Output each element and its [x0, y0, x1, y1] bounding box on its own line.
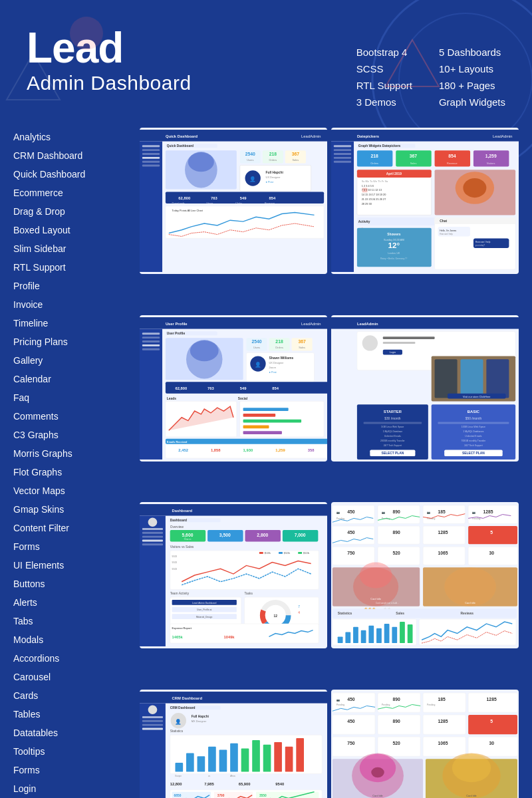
svg-text:London, UK: London, UK	[388, 252, 400, 255]
svg-rect-303	[345, 632, 350, 644]
svg-text:LeadAdmin: LeadAdmin	[301, 134, 321, 138]
feature-demos: 3 Demos	[356, 96, 412, 108]
svg-rect-169	[383, 336, 435, 339]
svg-rect-310	[400, 622, 405, 643]
svg-text:📷: 📷	[472, 511, 475, 514]
svg-rect-55	[334, 153, 351, 155]
svg-text:$519k: $519k	[303, 552, 310, 555]
nav-gallery[interactable]: Gallery	[13, 355, 43, 366]
nav-rtl[interactable]: RTL Support	[13, 262, 66, 273]
nav-quick-dashboard[interactable]: Quick Dashboard	[13, 169, 85, 180]
svg-rect-259	[378, 505, 420, 523]
nav-accordions[interactable]: Accordions	[13, 653, 59, 664]
svg-text:User Profile: User Profile	[167, 332, 186, 335]
nav-pricing[interactable]: Pricing Plans	[13, 336, 68, 347]
svg-text:1,858: 1,858	[211, 448, 221, 452]
nav-vector-maps[interactable]: Vector Maps	[13, 485, 65, 496]
svg-text:Clicks: Clicks	[235, 201, 242, 205]
nav-crm[interactable]: CRM Dashboard	[13, 150, 82, 161]
svg-text:1,259: 1,259	[275, 448, 285, 452]
nav-carousel[interactable]: Carousel	[13, 672, 51, 682]
nav-datatables[interactable]: Datatables	[13, 728, 58, 738]
nav-ecommerce[interactable]: Ecommerce	[13, 188, 63, 198]
svg-text:Full Hapchi: Full Hapchi	[192, 714, 209, 718]
nav-flot[interactable]: Flot Graphs	[13, 467, 62, 477]
svg-text:Jaxon: Jaxon	[269, 365, 275, 368]
svg-rect-360	[332, 692, 375, 712]
svg-rect-372	[332, 715, 375, 734]
nav-modals[interactable]: Modals	[13, 634, 43, 645]
nav-timeline[interactable]: Timeline	[13, 318, 48, 329]
svg-rect-275	[423, 526, 465, 544]
nav-drag-drop[interactable]: Drag & Drop	[13, 206, 65, 217]
svg-rect-332	[198, 756, 205, 771]
svg-text:Sales: Sales	[410, 162, 417, 165]
svg-text:763: 763	[211, 196, 217, 200]
nav-morris[interactable]: Morris Graphs	[13, 448, 72, 459]
svg-rect-157	[166, 438, 327, 444]
svg-rect-151	[243, 408, 289, 411]
nav-forms[interactable]: Forms	[13, 541, 40, 552]
svg-text:2540: 2540	[251, 338, 261, 343]
svg-rect-207	[142, 532, 163, 534]
svg-text:Downloads: Downloads	[172, 201, 185, 205]
svg-rect-175	[460, 359, 483, 398]
svg-rect-308	[384, 624, 390, 643]
svg-text:14 15 16 17 18 19 20: 14 15 16 17 18 19 20	[362, 193, 386, 196]
svg-text:Statistics: Statistics	[170, 730, 184, 733]
svg-text:Hello, I'm James: Hello, I'm James	[440, 229, 456, 232]
nav-buttons[interactable]: Buttons	[13, 579, 45, 589]
nav-gmap[interactable]: Gmap Skins	[13, 504, 64, 515]
svg-text:BASIC: BASIC	[467, 409, 480, 413]
panel-crm: CRM Dashboard CRM Dashboard 👤 Full Hapch…	[140, 690, 327, 799]
svg-text:Chat: Chat	[440, 219, 447, 223]
svg-rect-309	[392, 627, 397, 643]
svg-rect-15	[142, 161, 160, 163]
svg-text:you today?: you today?	[475, 244, 485, 247]
svg-text:Sales: Sales	[299, 345, 305, 348]
svg-text:7,000: 7,000	[295, 533, 306, 538]
nav-c3[interactable]: C3 Graphs	[13, 430, 59, 440]
svg-text:Card title: Card title	[465, 601, 475, 604]
svg-rect-333	[208, 746, 216, 771]
svg-text:185: 185	[438, 696, 446, 701]
features-col-2: 5 Dashboards 10+ Layouts 180 + Pages Gra…	[439, 47, 505, 108]
svg-text:Orders: Orders	[269, 158, 277, 162]
svg-rect-12	[142, 149, 160, 151]
svg-text:12: 12	[274, 614, 278, 618]
svg-rect-204	[140, 516, 166, 646]
svg-rect-250	[170, 624, 319, 643]
svg-text:450: 450	[347, 509, 355, 514]
svg-text:How can I help: How can I help	[440, 233, 453, 235]
nav-slim-sidebar[interactable]: Slim Sidebar	[13, 243, 66, 254]
svg-rect-283	[423, 547, 465, 565]
nav-comments[interactable]: Comments	[13, 411, 59, 422]
svg-rect-281	[378, 547, 420, 565]
nav-content-filter[interactable]: Content Filter	[13, 523, 69, 533]
nav-faq[interactable]: Faq	[13, 392, 29, 403]
svg-rect-170	[383, 341, 416, 343]
svg-text:854: 854	[269, 196, 275, 200]
svg-text:LeadAdmin: LeadAdmin	[357, 321, 378, 325]
nav-forms2[interactable]: Forms	[13, 765, 40, 775]
nav-cards[interactable]: Cards	[13, 690, 38, 701]
panel-datepickers: Datepickers LeadAdmin Graph Widgets Date…	[331, 128, 519, 274]
svg-rect-382	[378, 737, 420, 756]
nav-tabs[interactable]: Tabs	[13, 616, 33, 626]
nav-boxed-layout[interactable]: Boxed Layout	[13, 225, 70, 235]
svg-rect-16	[142, 165, 160, 167]
svg-text:21 22 23 24 25 26 27: 21 22 23 24 25 26 27	[362, 198, 386, 201]
nav-tables[interactable]: Tables	[13, 709, 40, 720]
nav-analytics[interactable]: Analytics	[13, 132, 51, 142]
svg-rect-367	[423, 692, 466, 712]
nav-login[interactable]: Login	[13, 783, 36, 794]
nav-ui-elements[interactable]: UI Elements	[13, 560, 64, 571]
nav-profile[interactable]: Profile	[13, 281, 40, 291]
nav-alerts[interactable]: Alerts	[13, 597, 37, 608]
svg-rect-374	[378, 715, 420, 734]
svg-rect-120	[142, 348, 160, 350]
nav-invoice[interactable]: Invoice	[13, 299, 43, 310]
svg-text:$519k: $519k	[265, 552, 271, 555]
nav-tooltips[interactable]: Tooltips	[13, 746, 45, 757]
nav-calendar[interactable]: Calendar	[13, 374, 51, 384]
